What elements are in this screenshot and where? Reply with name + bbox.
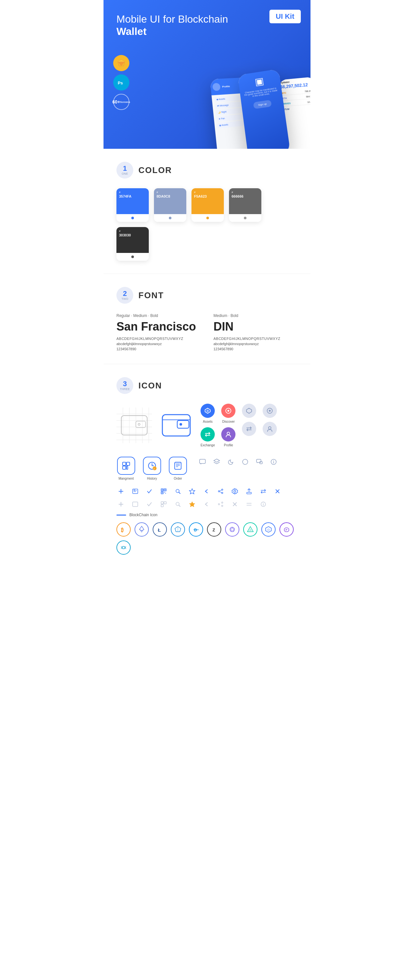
ui-kit-badge: UI Kit [269, 10, 301, 23]
icon-showcase: Assets Exchange Discover [116, 404, 298, 447]
swatch-orange: # F5A623 [191, 188, 224, 222]
swap-icon [259, 487, 268, 496]
svg-point-71 [234, 490, 236, 492]
close-icon [273, 487, 282, 496]
svg-line-83 [179, 505, 180, 506]
plus-icon [116, 487, 126, 496]
svg-marker-95 [139, 530, 144, 533]
svg-marker-84 [189, 502, 195, 507]
svg-rect-31 [123, 462, 126, 465]
svg-point-92 [263, 503, 264, 504]
x-icon-gray [230, 500, 239, 509]
icon-section-number: 3 THREE [116, 377, 133, 394]
color-section-number: 1 ONE [116, 162, 133, 178]
svg-text:D: D [194, 528, 197, 532]
plus-icon-gray [116, 500, 126, 509]
icon-exchange-gray [242, 422, 256, 436]
svg-marker-107 [267, 528, 270, 531]
chevron-left-icon [202, 487, 211, 496]
icon-discover: Discover [221, 404, 236, 423]
icon-assets-gray [242, 404, 256, 418]
ps-badge: Ps [113, 75, 129, 91]
svg-point-29 [269, 410, 271, 412]
icon-assets: Assets [201, 404, 215, 423]
stellar-icon [225, 522, 239, 536]
swatch-blue: # 3574FA [116, 188, 149, 222]
svg-point-68 [221, 492, 223, 493]
svg-rect-16 [136, 421, 145, 428]
svg-rect-72 [247, 492, 251, 494]
svg-point-87 [221, 505, 223, 506]
svg-point-86 [218, 504, 220, 505]
font-sf: Regular · Medium · Bold San Francisco AB… [116, 313, 201, 351]
utility-icons-gray [116, 500, 298, 509]
settings-icon [230, 487, 239, 496]
svg-rect-18 [162, 415, 190, 436]
swatch-mid-gray: # 666666 [229, 188, 261, 222]
icon-section-header: 3 THREE ICON [116, 377, 298, 394]
check-icon-gray [145, 500, 154, 509]
font-section-title: FONT [139, 290, 164, 301]
phone-mockups: Profile ◆ Assets ⇄ Message 🌙 Night ★ Fan… [213, 71, 310, 149]
nav-icons-group: Assets Exchange Discover [201, 404, 277, 447]
svg-rect-58 [162, 489, 163, 490]
color-section: 1 ONE COLOR # 3574FA # 8DA0C8 # F5A623 [104, 149, 310, 274]
svg-rect-81 [161, 504, 163, 507]
icon-profile: Profile [221, 427, 236, 447]
svg-rect-45 [256, 459, 261, 463]
blockchain-icons: ₿ Ł D Z [116, 522, 298, 555]
svg-rect-33 [123, 466, 126, 469]
svg-rect-32 [126, 462, 130, 465]
svg-rect-15 [121, 415, 147, 435]
svg-rect-59 [165, 489, 166, 490]
chat-icon [197, 457, 208, 467]
font-section-header: 2 TWO FONT [116, 287, 298, 304]
check-icon [145, 487, 154, 496]
svg-point-67 [218, 491, 220, 492]
svg-line-70 [220, 492, 221, 493]
icon-discover-gray [263, 404, 277, 418]
hero-title: Mobile UI for Blockchain Wallet [116, 13, 246, 38]
info-icon [269, 457, 279, 467]
icon-history: ! History [142, 457, 162, 480]
speech-icon [254, 457, 264, 467]
svg-point-66 [221, 489, 223, 490]
svg-text:Ł: Ł [158, 527, 161, 533]
layers-icon [212, 457, 222, 467]
bitcoin-icon: ₿ [116, 522, 131, 536]
svg-marker-23 [206, 409, 209, 412]
svg-rect-34 [126, 466, 128, 469]
moon-icon [226, 457, 236, 467]
litecoin-icon: Ł [153, 522, 167, 536]
svg-point-85 [221, 502, 223, 503]
list-icon-gray [131, 500, 140, 509]
search-icon [174, 487, 182, 496]
svg-rect-78 [132, 502, 138, 506]
color-swatches: # 3574FA # 8DA0C8 # F5A623 # 666666 [116, 188, 298, 261]
svg-text:Z: Z [212, 528, 215, 532]
svg-rect-43 [199, 459, 205, 463]
waves-icon [243, 522, 258, 536]
font-section: 2 TWO FONT Regular · Medium · Bold San F… [104, 274, 310, 364]
misc-icons-group [197, 457, 279, 467]
svg-rect-80 [164, 502, 166, 504]
svg-point-25 [228, 410, 229, 412]
utility-icons-colored [116, 487, 298, 509]
svg-point-26 [227, 432, 230, 435]
icon-profile-gray [263, 422, 277, 436]
svg-point-17 [138, 423, 140, 425]
font-din: Medium · Bold DIN ABCDEFGHIJKLMNOPQRSTUV… [213, 313, 298, 351]
list-icon [131, 487, 140, 496]
screens-badge: 60+ Screens [113, 94, 129, 110]
chevron-left-icon-gray [202, 500, 211, 509]
svg-point-36 [153, 466, 156, 470]
svg-point-44 [243, 459, 248, 465]
hero-badges: Ps 60+ Screens [113, 55, 129, 110]
svg-line-64 [179, 492, 180, 493]
ethereum-icon [135, 522, 149, 536]
svg-point-30 [269, 426, 271, 429]
polygon-icon: P [279, 522, 294, 536]
star-icon [188, 487, 197, 496]
swap-icon-gray [245, 500, 253, 509]
color-section-title: COLOR [139, 165, 172, 175]
